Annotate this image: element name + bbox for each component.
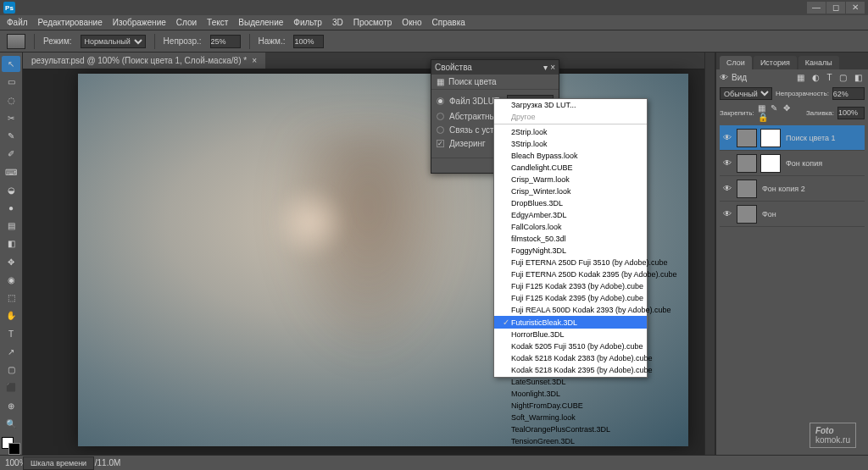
layer-row[interactable]: 👁Фон (720, 202, 865, 227)
tool-5[interactable]: ✐ (2, 146, 20, 162)
layer-opacity-input[interactable] (832, 87, 865, 100)
tool-17[interactable]: ▢ (2, 362, 20, 378)
lut-item[interactable]: NightFromDay.CUBE (494, 400, 647, 412)
tool-preset[interactable] (7, 34, 25, 49)
close-button[interactable]: ✕ (846, 2, 865, 14)
lut-item[interactable]: filmstock_50.3dl (494, 233, 647, 245)
lut-item[interactable]: Kodak 5218 Kodak 2383 (by Adobe).cube (494, 352, 647, 364)
tool-20[interactable]: 🔍 (2, 416, 20, 432)
lut-item[interactable]: Fuji REALA 500D Kodak 2393 (by Adobe).cu… (494, 304, 647, 316)
menu-Выделение[interactable]: Выделение (238, 18, 283, 27)
lut-item[interactable]: 2Strip.look (494, 126, 647, 138)
tool-9[interactable]: ▤ (2, 218, 20, 234)
layer-thumb[interactable] (737, 180, 757, 198)
menu-Слои[interactable]: Слои (176, 18, 197, 27)
tool-1[interactable]: ▭ (2, 74, 20, 90)
lut-item[interactable]: ✓FuturisticBleak.3DL (494, 316, 647, 329)
tool-11[interactable]: ✥ (2, 254, 20, 270)
lut-item[interactable]: HorrorBlue.3DL (494, 329, 647, 340)
lut-item[interactable]: Kodak 5205 Fuji 3510 (by Adobe).cube (494, 340, 647, 352)
layer-row[interactable]: 👁Поиск цвета 1 (720, 125, 865, 151)
lut-item[interactable]: Другое (494, 111, 647, 124)
document-tab[interactable]: результат.psd @ 100% (Поиск цвета 1, Сло… (23, 53, 265, 69)
visibility-icon[interactable]: 👁 (721, 133, 733, 142)
layer-row[interactable]: 👁Фон копия (720, 151, 865, 176)
layer-thumb[interactable] (737, 205, 757, 224)
lut-item[interactable]: Crisp_Winter.look (494, 185, 647, 197)
dither-checkbox[interactable]: ✓ (437, 140, 444, 147)
menu-Изображение[interactable]: Изображение (113, 18, 166, 27)
lut-item[interactable]: Fuji F125 Kodak 2393 (by Adobe).cube (494, 280, 647, 292)
panel-tab-Каналы[interactable]: Каналы (798, 56, 839, 69)
panel-tab-Слои[interactable]: Слои (720, 56, 752, 69)
device-radio[interactable] (437, 126, 444, 134)
menu-Файл[interactable]: Файл (7, 18, 28, 27)
tool-15[interactable]: T (2, 326, 20, 342)
tool-3[interactable]: ✂ (2, 110, 20, 126)
tool-8[interactable]: ● (2, 200, 20, 216)
layer-thumb[interactable] (737, 154, 757, 173)
lut-item[interactable]: TensionGreen.3DL (494, 435, 647, 447)
visibility-icon[interactable]: 👁 (721, 209, 733, 218)
tool-6[interactable]: ⌨ (2, 163, 20, 180)
panel-menu-icon[interactable]: ▾ × (543, 63, 555, 72)
tool-10[interactable]: ◧ (2, 235, 20, 252)
lut-item[interactable]: LateSunset.3DL (494, 376, 647, 388)
lut-item[interactable]: Candlelight.CUBE (494, 162, 647, 174)
menu-Просмотр[interactable]: Просмотр (353, 18, 392, 27)
opacity-input[interactable] (210, 35, 241, 48)
tool-2[interactable]: ◌ (2, 91, 20, 108)
layer-mask-thumb[interactable] (760, 154, 781, 173)
visibility-icon[interactable]: 👁 (721, 158, 733, 168)
layer-blend-select[interactable]: Обычный (720, 87, 772, 100)
lut-item[interactable]: FallColors.look (494, 221, 647, 233)
file-3dlut-radio[interactable] (437, 97, 444, 105)
tool-18[interactable]: ⬛ (2, 379, 20, 395)
lut-item[interactable]: 3Strip.look (494, 138, 647, 150)
lut-item[interactable]: Crisp_Warm.look (494, 174, 647, 185)
tool-16[interactable]: ↗ (2, 344, 20, 360)
layer-mask-thumb[interactable] (760, 129, 781, 147)
fill-input[interactable] (837, 107, 865, 119)
minimize-button[interactable]: — (807, 2, 826, 14)
blend-mode-select[interactable]: Нормальный (81, 35, 146, 48)
layer-row[interactable]: 👁Фон копия 2 (720, 176, 865, 202)
properties-tab[interactable]: Свойства (435, 63, 472, 72)
filter-icons[interactable]: ▦ ◐ T ▢ ◧ (797, 73, 865, 82)
lut-item[interactable]: EdgyAmber.3DL (494, 209, 647, 221)
lut-item[interactable]: Fuji ETERNA 250D Fuji 3510 (by Adobe).cu… (494, 257, 647, 268)
tool-7[interactable]: ◒ (2, 182, 20, 198)
tool-0[interactable]: ↖ (2, 56, 20, 72)
lock-icons[interactable]: ▦ ✎ ✥ 🔒 (758, 103, 799, 122)
tool-12[interactable]: ◉ (2, 272, 20, 288)
lut-item[interactable]: Fuji F125 Kodak 2395 (by Adobe).cube (494, 292, 647, 304)
lut-item[interactable]: DropBlues.3DL (494, 197, 647, 209)
tool-19[interactable]: ⊕ (2, 397, 20, 413)
menu-Текст[interactable]: Текст (207, 18, 228, 27)
layer-thumb[interactable] (737, 129, 757, 147)
maximize-button[interactable]: ◻ (826, 2, 845, 14)
timeline-tab[interactable]: Шкала времени (23, 456, 94, 470)
visibility-icon[interactable]: 👁 (721, 184, 733, 193)
lut-item[interactable]: Moonlight.3DL (494, 388, 647, 400)
close-tab-icon[interactable]: × (252, 56, 257, 65)
lut-item[interactable]: Fuji ETERNA 250D Kodak 2395 (by Adobe).c… (494, 268, 647, 280)
abstract-radio[interactable] (437, 113, 444, 120)
lut-item[interactable]: Bleach Bypass.look (494, 150, 647, 162)
lut-item[interactable]: Kodak 5218 Kodak 2395 (by Adobe).cube (494, 364, 647, 376)
panel-tab-История[interactable]: История (754, 56, 797, 69)
tool-13[interactable]: ⬚ (2, 290, 20, 306)
lut-dropdown[interactable]: Загрузка 3D LUT...Другое2Strip.look3Stri… (493, 98, 648, 378)
menu-3D[interactable]: 3D (332, 18, 343, 27)
lut-item[interactable]: TealOrangePlusContrast.3DL (494, 423, 647, 435)
menu-Окно[interactable]: Окно (402, 18, 421, 27)
menu-Справка[interactable]: Справка (432, 18, 465, 27)
lut-item[interactable]: Soft_Warming.look (494, 412, 647, 423)
lut-item[interactable]: FoggyNight.3DL (494, 245, 647, 257)
menu-Фильтр[interactable]: Фильтр (293, 18, 322, 27)
flow-input[interactable] (293, 35, 324, 48)
menu-Редактирование[interactable]: Редактирование (38, 18, 103, 27)
lut-item[interactable]: Загрузка 3D LUT... (494, 99, 647, 111)
tool-14[interactable]: ✋ (2, 307, 20, 323)
color-swatches[interactable] (2, 437, 20, 455)
